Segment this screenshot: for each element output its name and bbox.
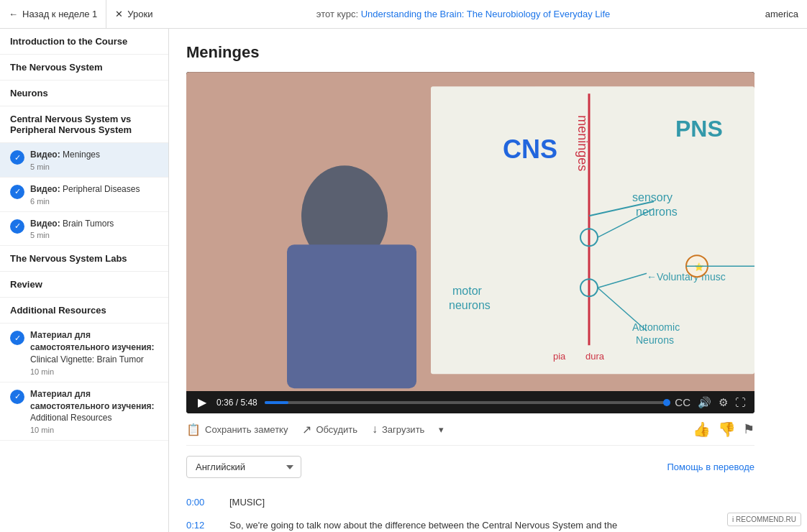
completed-icon-addres	[10, 390, 24, 404]
back-arrow-icon: ←	[9, 9, 18, 19]
time-display: 0:36 / 5:48	[216, 398, 257, 408]
transcript-line-0: 0:00 [MUSIC]	[186, 491, 754, 514]
item-label-peripheral: Peripheral Diseases	[63, 184, 140, 194]
close-icon: ✕	[115, 9, 123, 19]
captions-button[interactable]: CC	[675, 396, 690, 409]
course-prefix: этот курс:	[316, 9, 358, 19]
sidebar-item-title-clinical: Материал для самостоятельного изучения: …	[30, 329, 161, 365]
download-label: Загрузить	[382, 424, 424, 435]
main-content: Meninges CNS meninges	[169, 29, 807, 532]
video-thumbnail[interactable]: CNS meninges PNS sensory neurons motor n…	[186, 72, 754, 391]
sidebar-item-content-meninges: Видео: Meninges 5 min	[30, 149, 161, 171]
discuss-icon: ↗	[302, 423, 311, 436]
language-section: Английский Помощь в переводе	[186, 446, 754, 485]
transcript-text-0: [MUSIC]	[229, 495, 265, 510]
transcript: 0:00 [MUSIC] 0:12 So, we're going to tal…	[186, 485, 754, 532]
item-type-tumors: Видео:	[30, 219, 60, 229]
completed-icon-meninges	[10, 150, 24, 165]
svg-text:dura: dura	[585, 351, 605, 362]
sidebar-item-title-addres: Материал для самостоятельного изучения: …	[30, 388, 161, 424]
video-actions: 📋 Сохранить заметку ↗ Обсудить ↓ Загрузи…	[186, 413, 754, 446]
item-label-tumors: Brain Tumors	[63, 219, 114, 229]
progress-bar[interactable]	[265, 401, 668, 404]
sidebar-item-content-clinical: Материал для самостоятельного изучения: …	[30, 329, 161, 375]
flag-button[interactable]: ⚑	[743, 421, 754, 438]
sidebar-item-tumors[interactable]: Видео: Brain Tumors 5 min	[0, 212, 168, 247]
save-note-icon: 📋	[186, 423, 201, 436]
progress-dot	[663, 399, 670, 406]
sidebar-section-cns[interactable]: Central Nervous System vs Peripheral Ner…	[0, 106, 168, 143]
sidebar-item-content-peripheral: Видео: Peripheral Diseases 6 min	[30, 183, 161, 206]
sidebar-item-title-tumors: Видео: Brain Tumors	[30, 218, 161, 230]
top-bar-left: ← Назад к неделе 1 ✕ Уроки	[9, 0, 161, 29]
more-button[interactable]: ▾	[439, 424, 444, 435]
course-title-bar: этот курс: Understanding the Brain: The …	[161, 9, 765, 19]
sidebar-item-peripheral[interactable]: Видео: Peripheral Diseases 6 min	[0, 178, 168, 212]
save-note-label: Сохранить заметку	[205, 424, 288, 435]
svg-text:Autonomic: Autonomic	[632, 321, 680, 333]
item-type-peripheral: Видео:	[30, 184, 60, 194]
top-bar: ← Назад к неделе 1 ✕ Уроки этот курс: Un…	[0, 0, 807, 29]
video-controls: ▶ 0:36 / 5:48 CC 🔊 ⚙ ⛶	[186, 391, 754, 413]
language-select[interactable]: Английский	[186, 456, 301, 478]
control-icons: CC 🔊 ⚙ ⛶	[675, 396, 746, 409]
volume-button[interactable]: 🔊	[698, 396, 711, 409]
discuss-button[interactable]: ↗ Обсудить	[302, 423, 357, 436]
svg-rect-2	[287, 244, 416, 388]
sidebar-item-clinical[interactable]: Материал для самостоятельного изучения: …	[0, 324, 168, 382]
sidebar-item-content-tumors: Видео: Brain Tumors 5 min	[30, 218, 161, 240]
sidebar-section-labs[interactable]: The Nervous System Labs	[0, 246, 168, 272]
sidebar-item-duration-addres: 10 min	[30, 426, 161, 434]
back-button[interactable]: ← Назад к неделе 1	[9, 0, 106, 29]
sidebar-item-duration-meninges: 5 min	[30, 162, 161, 171]
sidebar-item-meninges[interactable]: Видео: Meninges 5 min	[0, 143, 168, 178]
completed-icon-peripheral	[10, 185, 24, 199]
svg-text:⭐: ⭐	[694, 262, 704, 272]
sidebar-item-duration-tumors: 5 min	[30, 231, 161, 239]
play-button[interactable]: ▶	[195, 395, 209, 409]
sidebar-item-content-addres: Материал для самостоятельного изучения: …	[30, 388, 161, 434]
completed-icon-tumors	[10, 219, 24, 234]
main-layout: Introduction to the Course The Nervous S…	[0, 29, 807, 532]
item-label-addres: Additional Resources	[30, 413, 111, 423]
svg-text:←Voluntary musc: ←Voluntary musc	[647, 271, 726, 283]
transcript-time-1[interactable]: 0:12	[186, 518, 215, 532]
item-label-clinical: Clinical Vignette: Brain Tumor	[30, 354, 144, 364]
sidebar-section-neurons[interactable]: Neurons	[0, 81, 168, 106]
item-type-addres: Материал для самостоятельного изучения:	[30, 389, 155, 411]
svg-text:Neurons: Neurons	[636, 334, 674, 346]
chevron-down-icon: ▾	[439, 424, 444, 435]
settings-button[interactable]: ⚙	[719, 396, 728, 409]
sidebar-section-nervous[interactable]: The Nervous System	[0, 55, 168, 81]
item-label-meninges: Meninges	[63, 150, 100, 160]
save-note-button[interactable]: 📋 Сохранить заметку	[186, 423, 288, 436]
current-time: 0:36	[216, 398, 233, 408]
video-player[interactable]: CNS meninges PNS sensory neurons motor n…	[186, 72, 754, 413]
thumbs-up-button[interactable]: 👍	[693, 421, 711, 438]
lessons-button[interactable]: ✕ Уроки	[106, 0, 161, 29]
progress-fill	[265, 401, 289, 404]
svg-text:CNS: CNS	[503, 134, 557, 164]
watermark: i RECOMMEND.RU	[727, 513, 801, 526]
video-title: Meninges	[186, 43, 790, 62]
sidebar-section-intro[interactable]: Introduction to the Course	[0, 29, 168, 55]
svg-text:neurons: neurons	[449, 299, 491, 311]
course-link[interactable]: Understanding the Brain: The Neurobiolog…	[361, 9, 611, 19]
help-translate-link[interactable]: Помощь в переводе	[667, 462, 754, 472]
svg-text:motor: motor	[452, 285, 483, 297]
thumbs-down-button[interactable]: 👎	[718, 421, 736, 438]
svg-text:meninges: meninges	[575, 115, 590, 171]
transcript-text-1: So, we're going to talk now about the di…	[229, 518, 617, 532]
total-time: 5:48	[240, 398, 257, 408]
sidebar-section-review[interactable]: Review	[0, 272, 168, 298]
lessons-label: Уроки	[127, 9, 152, 19]
sidebar-item-duration-clinical: 10 min	[30, 367, 161, 376]
completed-icon-clinical	[10, 331, 24, 345]
download-button[interactable]: ↓ Загрузить	[372, 423, 424, 436]
fullscreen-button[interactable]: ⛶	[735, 396, 746, 409]
sidebar-section-additional[interactable]: Additional Resources	[0, 298, 168, 324]
sidebar-item-addres[interactable]: Материал для самостоятельного изучения: …	[0, 382, 168, 441]
sidebar-item-duration-peripheral: 6 min	[30, 197, 161, 206]
transcript-time-0[interactable]: 0:00	[186, 495, 215, 510]
rating-actions: 👍 👎 ⚑	[693, 421, 754, 438]
